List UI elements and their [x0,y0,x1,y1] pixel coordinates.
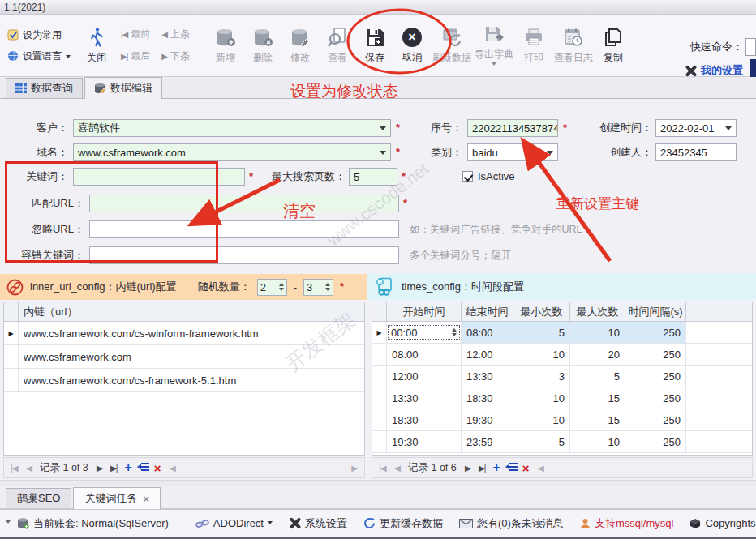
ado-direct-menu[interactable]: ADODirect [195,517,273,529]
table-row[interactable]: 13:30 18:30 10 15 250 [372,387,752,409]
table-row[interactable]: ▶ www.csframework.com/cs-winform-framewo… [4,322,364,345]
modify-button[interactable]: 修改 [281,15,319,76]
close-button[interactable]: 关闭 [78,15,115,76]
grid-cell[interactable]: 13:30 [387,387,462,409]
nav-delete-button[interactable]: × [152,461,164,475]
doc-tab-seo[interactable]: 鹊巢SEO [6,488,71,508]
grid-cell[interactable]: 15 [570,387,625,409]
grid-cell[interactable]: www.csframework.com/cs-framework-5.1.htm [19,369,307,391]
grid-cell[interactable]: 10 [513,409,570,430]
grid-cell[interactable]: 250 [625,387,686,409]
table-row[interactable]: 19:30 23:59 5 10 250 [372,431,752,453]
doc-tab-keyword-task[interactable]: 关键词任务 × [73,487,161,509]
set-language-button[interactable]: 设置语言 [7,49,71,63]
grid-cell[interactable]: 250 [625,409,686,430]
nav-first-button[interactable]: |◀ [376,464,389,473]
cancel-button[interactable]: × 取消 [393,15,431,76]
category-combo[interactable]: baidu [467,143,558,161]
grid-cell[interactable]: 15 [570,409,625,430]
table-row-selected[interactable]: ▶ 00:00 08:00 5 10 250 [372,322,752,344]
time-editor-input[interactable]: 00:00 [388,325,460,340]
nav-add-button[interactable]: + [491,460,503,475]
system-settings-button[interactable]: 系统设置 [289,516,347,531]
grid-cell[interactable]: www.csframework.com [19,345,307,368]
domain-combo[interactable]: www.csframework.com [73,143,391,161]
nav-scroll-left-icon[interactable]: ◀ [535,464,547,473]
messages-status[interactable]: 您有(0)条未读消息 [459,516,564,531]
spinner-icon[interactable] [452,326,457,339]
random-max-input[interactable]: 3 [303,279,333,296]
view-logs-button[interactable]: 查看日志 [552,15,595,76]
grid-cell[interactable]: 250 [625,431,686,452]
export-dictionary-button[interactable]: 导出字典 [473,15,515,76]
table-row[interactable]: www.csframework.com [4,345,364,369]
my-settings-link[interactable]: 我的设置 [685,63,743,78]
grid-cell[interactable]: 19:30 [462,409,513,430]
account-status[interactable]: 当前账套: Normal(SqlServer) [16,516,169,531]
grid-cell[interactable]: 3 [513,366,570,387]
quick-command-input[interactable] [745,38,756,56]
view-button[interactable]: 查看 [319,15,356,76]
nav-edit-button[interactable] [505,462,518,473]
column-header-start[interactable]: 开始时间 [387,302,462,321]
nav-add-button[interactable]: + [122,460,135,475]
nav-delete-button[interactable]: × [520,461,532,475]
spinner-icon[interactable] [325,280,330,293]
creator-input[interactable]: 23452345 [655,143,737,161]
spinner-icon[interactable] [279,280,284,293]
support-link[interactable]: 支持mssql/mysql [580,516,674,531]
grid-cell[interactable]: 08:00 [387,344,462,365]
column-header-url[interactable]: 内链（url） [19,302,307,321]
grid-cell[interactable]: 13:30 [462,366,513,387]
table-row[interactable]: 08:00 12:00 10 20 250 [372,344,752,366]
grid-cell[interactable]: 18:30 [462,387,513,409]
grid-cell[interactable]: 5 [513,431,570,452]
grid-cell[interactable]: 250 [625,344,686,365]
column-header-min[interactable]: 最小次数 [513,302,570,321]
go-next-button[interactable]: ▶下条 [161,49,190,63]
nav-next-button[interactable]: ▶ [462,464,474,473]
grid-cell[interactable]: 10 [570,322,625,343]
random-min-input[interactable]: 2 [257,279,287,296]
isactive-checkbox[interactable]: IsActive [462,170,515,182]
grid-cell[interactable]: 19:30 [387,431,462,452]
close-icon[interactable]: × [143,493,149,505]
add-button[interactable]: 新增 [207,15,244,76]
grid-cell[interactable]: 10 [570,431,625,452]
grid-cell[interactable]: 08:00 [462,322,513,343]
grid-cell[interactable]: 23:59 [462,431,513,452]
grid-cell[interactable]: 12:00 [462,344,513,365]
serial-input[interactable]: 220221134537874 [467,119,558,137]
refresh-data-button[interactable]: 刷新数据 [431,15,473,76]
table-row[interactable]: 18:30 19:30 10 15 250 [372,409,752,431]
delete-button[interactable]: 删除 [244,15,281,76]
grid-cell[interactable]: 20 [570,344,625,365]
tab-data-query[interactable]: 数据查询 [6,78,83,98]
save-button[interactable]: 保存 [356,15,393,76]
grid-cell[interactable]: 10 [513,344,570,365]
table-row[interactable]: 12:00 13:30 3 5 250 [372,366,752,387]
grid-cell[interactable]: 5 [513,322,570,343]
nav-last-button[interactable]: ▶| [108,464,120,473]
go-first-button[interactable]: |◀最前 [121,28,150,41]
nav-next-button[interactable]: ▶ [93,464,105,473]
grid-cell[interactable]: 12:00 [387,366,462,387]
status-dropdown-icon[interactable] [6,520,11,526]
refresh-cache-button[interactable]: 更新缓存数据 [363,516,443,531]
set-common-button[interactable]: 设为常用 [7,28,71,42]
created-time-picker[interactable]: 2022-02-01 [655,119,737,137]
column-header-interval[interactable]: 时间间隔(s) [625,302,686,321]
column-header-end[interactable]: 结束时间 [462,302,513,321]
nav-edit-button[interactable] [137,462,149,473]
grid-cell[interactable]: www.csframework.com/cs-winform-framework… [19,322,307,344]
grid-cell[interactable]: 18:30 [387,409,462,430]
max-pages-input[interactable]: 5 [349,168,397,186]
tab-data-edit[interactable]: 数据编辑 [84,77,162,99]
nav-scroll-left-icon[interactable]: ◀ [166,464,178,473]
column-header-max[interactable]: 最大次数 [570,302,625,321]
customer-combo[interactable]: 喜鹊软件 [73,119,391,137]
nav-scroll-right-icon[interactable]: ▶ [348,464,360,473]
grid-cell[interactable]: 10 [513,387,570,409]
go-last-button[interactable]: ▶|最后 [121,49,150,63]
go-prev-button[interactable]: ◀上条 [161,28,190,41]
